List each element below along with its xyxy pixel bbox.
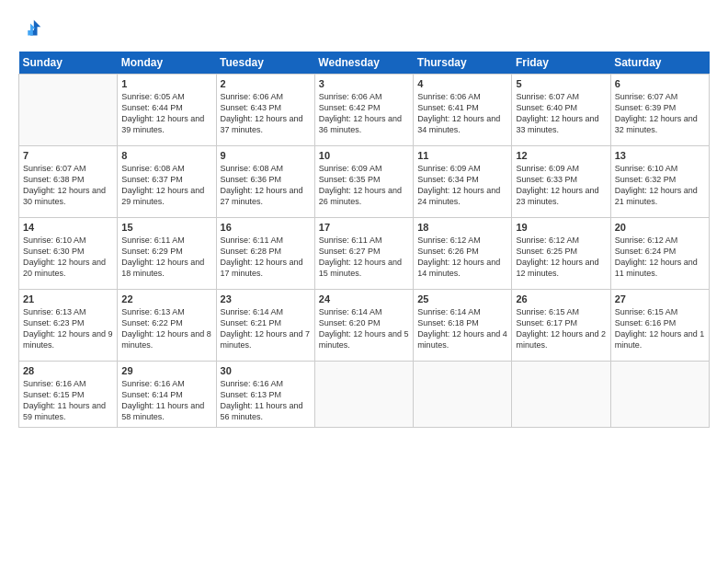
day-info: Sunrise: 6:16 AMSunset: 6:14 PMDaylight:… [121,378,211,423]
day-number: 18 [417,222,507,233]
day-cell: 27Sunrise: 6:15 AMSunset: 6:16 PMDayligh… [610,290,709,362]
day-number: 27 [615,293,705,304]
day-number: 29 [121,365,211,376]
day-info: Sunrise: 6:12 AMSunset: 6:25 PMDaylight:… [516,235,606,280]
day-cell: 19Sunrise: 6:12 AMSunset: 6:25 PMDayligh… [512,218,610,290]
day-info: Sunrise: 6:05 AMSunset: 6:44 PMDaylight:… [121,91,211,136]
day-cell: 8Sunrise: 6:08 AMSunset: 6:37 PMDaylight… [118,146,216,218]
calendar-table: SundayMondayTuesdayWednesdayThursdayFrid… [18,52,710,428]
week-row: 14Sunrise: 6:10 AMSunset: 6:30 PMDayligh… [19,218,710,290]
day-cell: 21Sunrise: 6:13 AMSunset: 6:23 PMDayligh… [19,290,118,362]
day-info: Sunrise: 6:06 AMSunset: 6:41 PMDaylight:… [417,91,507,136]
day-number: 11 [417,150,507,161]
day-number: 6 [615,78,705,89]
day-number: 5 [516,78,606,89]
day-number: 14 [23,222,113,233]
day-cell: 28Sunrise: 6:16 AMSunset: 6:15 PMDayligh… [19,362,118,428]
day-info: Sunrise: 6:12 AMSunset: 6:24 PMDaylight:… [615,235,705,280]
logo-icon [18,17,44,42]
header-day: Monday [118,52,216,75]
day-cell: 20Sunrise: 6:12 AMSunset: 6:24 PMDayligh… [610,218,709,290]
day-cell: 1Sunrise: 6:05 AMSunset: 6:44 PMDaylight… [118,75,216,146]
day-cell: 23Sunrise: 6:14 AMSunset: 6:21 PMDayligh… [216,290,314,362]
day-info: Sunrise: 6:09 AMSunset: 6:34 PMDaylight:… [417,163,507,208]
day-number: 23 [221,293,311,304]
day-cell: 17Sunrise: 6:11 AMSunset: 6:27 PMDayligh… [314,218,413,290]
day-number: 10 [319,150,409,161]
day-cell [512,362,610,428]
day-number: 3 [319,78,409,89]
day-info: Sunrise: 6:06 AMSunset: 6:42 PMDaylight:… [319,91,409,136]
day-cell [610,362,709,428]
week-row: 21Sunrise: 6:13 AMSunset: 6:23 PMDayligh… [19,290,710,362]
day-cell: 30Sunrise: 6:16 AMSunset: 6:13 PMDayligh… [216,362,314,428]
day-info: Sunrise: 6:14 AMSunset: 6:20 PMDaylight:… [319,306,409,351]
day-info: Sunrise: 6:16 AMSunset: 6:13 PMDaylight:… [221,378,311,423]
day-cell: 7Sunrise: 6:07 AMSunset: 6:38 PMDaylight… [19,146,118,218]
day-cell: 6Sunrise: 6:07 AMSunset: 6:39 PMDaylight… [610,75,709,146]
page: SundayMondayTuesdayWednesdayThursdayFrid… [0,0,728,563]
day-cell: 5Sunrise: 6:07 AMSunset: 6:40 PMDaylight… [512,75,610,146]
day-cell: 22Sunrise: 6:13 AMSunset: 6:22 PMDayligh… [118,290,216,362]
day-info: Sunrise: 6:15 AMSunset: 6:16 PMDaylight:… [615,306,705,351]
day-number: 7 [23,150,113,161]
week-row: 1Sunrise: 6:05 AMSunset: 6:44 PMDaylight… [19,75,710,146]
day-number: 16 [221,222,311,233]
day-number: 17 [319,222,409,233]
header [18,17,710,42]
day-number: 20 [615,222,705,233]
day-info: Sunrise: 6:07 AMSunset: 6:40 PMDaylight:… [516,91,606,136]
day-cell: 24Sunrise: 6:14 AMSunset: 6:20 PMDayligh… [314,290,413,362]
day-number: 22 [121,293,211,304]
day-info: Sunrise: 6:11 AMSunset: 6:27 PMDaylight:… [319,235,409,280]
header-day: Sunday [19,52,118,75]
week-row: 7Sunrise: 6:07 AMSunset: 6:38 PMDaylight… [19,146,710,218]
day-info: Sunrise: 6:12 AMSunset: 6:26 PMDaylight:… [417,235,507,280]
day-info: Sunrise: 6:06 AMSunset: 6:43 PMDaylight:… [221,91,311,136]
day-cell [414,362,512,428]
day-info: Sunrise: 6:07 AMSunset: 6:38 PMDaylight:… [23,163,113,208]
day-info: Sunrise: 6:09 AMSunset: 6:33 PMDaylight:… [516,163,606,208]
day-cell: 16Sunrise: 6:11 AMSunset: 6:28 PMDayligh… [216,218,314,290]
day-info: Sunrise: 6:13 AMSunset: 6:22 PMDaylight:… [121,306,211,351]
day-number: 4 [417,78,507,89]
header-day: Tuesday [216,52,314,75]
day-info: Sunrise: 6:10 AMSunset: 6:30 PMDaylight:… [23,235,113,280]
day-cell: 3Sunrise: 6:06 AMSunset: 6:42 PMDaylight… [314,75,413,146]
day-cell: 12Sunrise: 6:09 AMSunset: 6:33 PMDayligh… [512,146,610,218]
day-number: 30 [221,365,311,376]
day-info: Sunrise: 6:09 AMSunset: 6:35 PMDaylight:… [319,163,409,208]
header-day: Thursday [414,52,512,75]
logo [18,17,46,42]
day-number: 8 [121,150,211,161]
day-number: 28 [23,365,113,376]
day-number: 26 [516,293,606,304]
day-cell: 14Sunrise: 6:10 AMSunset: 6:30 PMDayligh… [19,218,118,290]
day-info: Sunrise: 6:08 AMSunset: 6:36 PMDaylight:… [221,163,311,208]
week-row: 28Sunrise: 6:16 AMSunset: 6:15 PMDayligh… [19,362,710,428]
day-cell: 10Sunrise: 6:09 AMSunset: 6:35 PMDayligh… [314,146,413,218]
day-cell [314,362,413,428]
day-cell: 11Sunrise: 6:09 AMSunset: 6:34 PMDayligh… [414,146,512,218]
header-day: Saturday [610,52,709,75]
day-number: 25 [417,293,507,304]
day-cell [19,75,118,146]
day-info: Sunrise: 6:10 AMSunset: 6:32 PMDaylight:… [615,163,705,208]
day-number: 13 [615,150,705,161]
day-info: Sunrise: 6:14 AMSunset: 6:21 PMDaylight:… [221,306,311,351]
day-cell: 15Sunrise: 6:11 AMSunset: 6:29 PMDayligh… [118,218,216,290]
day-number: 9 [221,150,311,161]
day-number: 1 [121,78,211,89]
day-cell: 9Sunrise: 6:08 AMSunset: 6:36 PMDaylight… [216,146,314,218]
day-cell: 13Sunrise: 6:10 AMSunset: 6:32 PMDayligh… [610,146,709,218]
day-cell: 4Sunrise: 6:06 AMSunset: 6:41 PMDaylight… [414,75,512,146]
day-info: Sunrise: 6:15 AMSunset: 6:17 PMDaylight:… [516,306,606,351]
day-info: Sunrise: 6:13 AMSunset: 6:23 PMDaylight:… [23,306,113,351]
day-number: 21 [23,293,113,304]
header-day: Friday [512,52,610,75]
day-info: Sunrise: 6:11 AMSunset: 6:28 PMDaylight:… [221,235,311,280]
day-info: Sunrise: 6:08 AMSunset: 6:37 PMDaylight:… [121,163,211,208]
day-number: 2 [221,78,311,89]
day-info: Sunrise: 6:11 AMSunset: 6:29 PMDaylight:… [121,235,211,280]
day-cell: 26Sunrise: 6:15 AMSunset: 6:17 PMDayligh… [512,290,610,362]
